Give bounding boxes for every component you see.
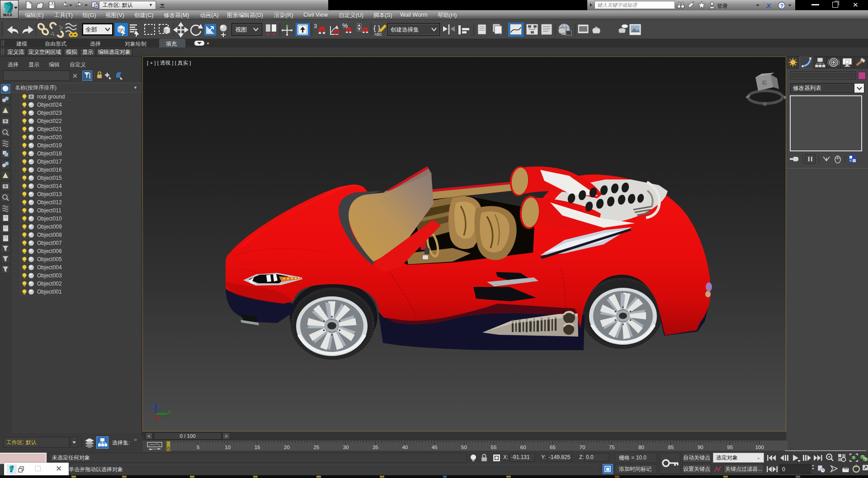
svg-text:MAX: MAX xyxy=(3,13,12,17)
svg-text:0: 0 xyxy=(782,466,785,473)
svg-text:3: 3 xyxy=(314,23,317,29)
svg-text:创建选择集: 创建选择集 xyxy=(390,27,419,33)
svg-text:视图: 视图 xyxy=(235,26,247,33)
svg-text:ABC: ABC xyxy=(374,32,382,37)
svg-text:全部: 全部 xyxy=(85,26,97,33)
svg-text:?: ? xyxy=(780,3,783,9)
svg-text:X: X xyxy=(766,2,771,9)
svg-text:登录: 登录 xyxy=(717,3,728,9)
